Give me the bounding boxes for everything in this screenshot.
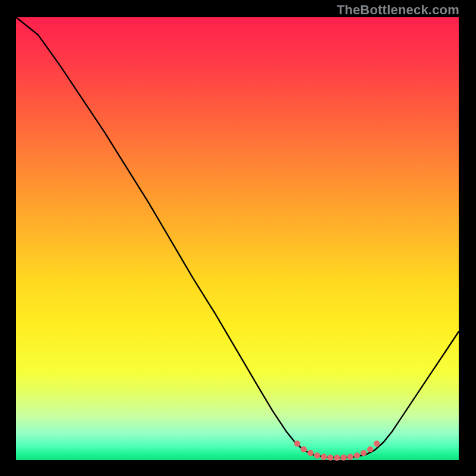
- marker-dot: [294, 440, 300, 446]
- marker-dot: [308, 450, 314, 456]
- marker-dot: [374, 440, 380, 446]
- plot-area: [16, 16, 460, 460]
- marker-dot: [367, 446, 373, 452]
- marker-dot: [321, 454, 327, 460]
- chart-svg: [16, 17, 459, 460]
- marker-dot: [314, 452, 320, 458]
- marker-dot: [340, 455, 346, 461]
- bottleneck-curve: [16, 17, 459, 458]
- marker-dot: [300, 446, 306, 452]
- marker-dot: [361, 450, 367, 456]
- chart-container: TheBottleneck.com: [0, 0, 476, 476]
- marker-dot: [334, 455, 340, 461]
- marker-dot: [327, 455, 333, 461]
- marker-dot: [347, 454, 353, 460]
- flat-min-markers: [294, 440, 380, 461]
- marker-dot: [354, 452, 360, 458]
